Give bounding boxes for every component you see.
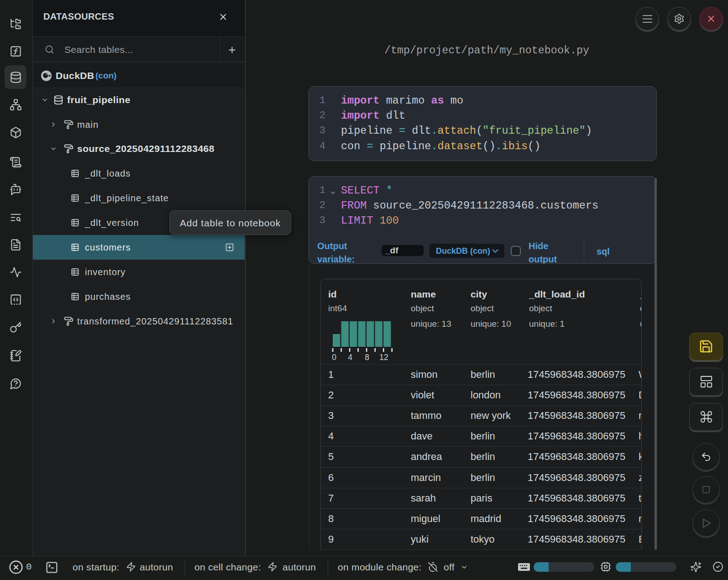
svg-text:8: 8 bbox=[365, 353, 369, 362]
svg-text:12: 12 bbox=[379, 353, 388, 362]
svg-text:4: 4 bbox=[348, 353, 352, 362]
svg-text:0: 0 bbox=[332, 353, 336, 362]
